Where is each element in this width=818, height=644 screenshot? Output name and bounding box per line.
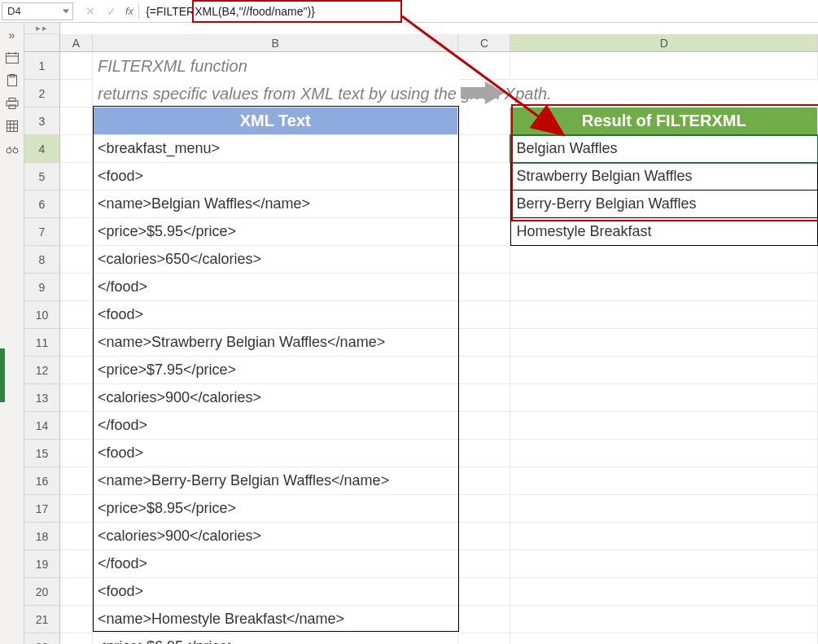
cell[interactable]: [510, 246, 818, 274]
name-box[interactable]: D4: [2, 2, 73, 20]
xml-cell[interactable]: <food>: [93, 301, 459, 329]
row-header[interactable]: 16: [24, 467, 60, 495]
calendar-icon[interactable]: [5, 50, 20, 65]
xml-cell[interactable]: <calories>900</calories>: [93, 384, 459, 412]
cell[interactable]: [510, 495, 818, 523]
cell[interactable]: [60, 329, 93, 357]
grid-body[interactable]: FILTERXML function returns specific valu…: [60, 52, 818, 644]
cell[interactable]: [60, 440, 93, 467]
row-header[interactable]: 13: [24, 384, 60, 412]
xml-cell[interactable]: <price>$7.95</price>: [93, 357, 459, 384]
cell[interactable]: [60, 633, 93, 644]
xml-cell[interactable]: <breakfast_menu>: [93, 135, 459, 163]
cell[interactable]: [458, 329, 510, 357]
row-header[interactable]: 12: [24, 357, 60, 384]
cell[interactable]: [60, 218, 93, 246]
printer-icon[interactable]: [5, 96, 20, 111]
cell[interactable]: [458, 440, 510, 467]
row-header[interactable]: 2: [24, 80, 60, 107]
cell[interactable]: [60, 495, 93, 523]
xml-cell[interactable]: <price>$6.95</price>: [93, 633, 459, 644]
cell[interactable]: [510, 412, 818, 440]
row-header[interactable]: 4: [24, 135, 60, 163]
row-header[interactable]: 19: [24, 550, 60, 578]
cell[interactable]: [60, 550, 93, 578]
cell[interactable]: [458, 523, 510, 550]
grid-icon[interactable]: [5, 119, 20, 134]
cell[interactable]: [458, 163, 510, 191]
cell[interactable]: [60, 301, 93, 329]
col-header-c[interactable]: C: [458, 34, 510, 51]
row-header[interactable]: 1: [24, 52, 60, 80]
xml-cell[interactable]: <price>$8.95</price>: [93, 495, 459, 523]
cell[interactable]: [510, 329, 818, 357]
cell[interactable]: [510, 523, 818, 550]
expand-right-icon[interactable]: »: [5, 28, 20, 42]
result-cell[interactable]: Strawberry Belgian Waffles: [510, 163, 818, 191]
row-header[interactable]: 17: [24, 495, 60, 523]
xml-cell[interactable]: </food>: [93, 550, 459, 578]
result-cell[interactable]: Homestyle Breakfast: [510, 218, 818, 246]
cell[interactable]: [60, 52, 93, 80]
cell[interactable]: [458, 135, 510, 163]
row-header[interactable]: 21: [24, 606, 60, 633]
chevron-down-icon[interactable]: [63, 9, 69, 13]
cell[interactable]: [510, 301, 818, 329]
row-header[interactable]: 8: [24, 246, 60, 274]
cell[interactable]: [60, 384, 93, 412]
xml-cell[interactable]: </food>: [93, 274, 459, 301]
cell[interactable]: [510, 357, 818, 384]
row-header[interactable]: 6: [24, 191, 60, 218]
fx-icon[interactable]: fx: [125, 5, 133, 17]
formula-input[interactable]: [141, 2, 818, 20]
cell[interactable]: [60, 523, 93, 550]
col-header-d[interactable]: D: [510, 34, 818, 51]
expand-columns-icon[interactable]: ▸▸: [24, 23, 60, 34]
cell[interactable]: [510, 52, 818, 80]
col-header-b[interactable]: B: [93, 34, 459, 51]
cell[interactable]: [510, 633, 818, 644]
cell[interactable]: [60, 163, 93, 191]
enter-formula-button[interactable]: ✓: [101, 2, 122, 20]
col-header-a[interactable]: A: [60, 34, 93, 51]
cell[interactable]: [60, 606, 93, 633]
cell[interactable]: [510, 467, 818, 495]
xml-cell[interactable]: <food>: [93, 578, 459, 606]
cell[interactable]: [510, 440, 818, 467]
cell[interactable]: [458, 246, 510, 274]
cell[interactable]: [60, 135, 93, 163]
xml-cell[interactable]: <food>: [93, 440, 459, 467]
result-header[interactable]: Result of FILTERXML: [510, 107, 818, 135]
result-cell[interactable]: Belgian Waffles: [510, 135, 818, 163]
cancel-formula-button[interactable]: ✕: [80, 2, 101, 20]
cell[interactable]: [60, 246, 93, 274]
cell[interactable]: [458, 412, 510, 440]
xml-cell[interactable]: <name>Strawberry Belgian Waffles</name>: [93, 329, 459, 357]
fn-title[interactable]: FILTERXML function: [93, 52, 459, 80]
cell[interactable]: [458, 218, 510, 246]
row-header[interactable]: 14: [24, 412, 60, 440]
xml-cell[interactable]: <name>Belgian Waffles</name>: [93, 191, 459, 218]
cell[interactable]: [510, 274, 818, 301]
xml-cell[interactable]: <name>Homestyle Breakfast</name>: [93, 606, 459, 633]
xml-cell[interactable]: </food>: [93, 412, 459, 440]
xml-cell[interactable]: <price>$5.95</price>: [93, 218, 459, 246]
cell[interactable]: [458, 52, 510, 80]
row-header[interactable]: 5: [24, 163, 60, 191]
row-header[interactable]: 22: [24, 633, 60, 644]
row-header[interactable]: 7: [24, 218, 60, 246]
row-header[interactable]: 3: [24, 107, 60, 135]
cell[interactable]: [458, 191, 510, 218]
cell[interactable]: [458, 384, 510, 412]
cell[interactable]: [458, 107, 510, 135]
row-header[interactable]: 11: [24, 329, 60, 357]
cell[interactable]: [60, 80, 93, 107]
cell[interactable]: [60, 191, 93, 218]
cell[interactable]: [60, 274, 93, 301]
row-header[interactable]: 18: [24, 523, 60, 550]
cell[interactable]: [60, 412, 93, 440]
cell[interactable]: [510, 606, 818, 633]
cell[interactable]: [458, 357, 510, 384]
row-header[interactable]: 10: [24, 301, 60, 329]
cell[interactable]: [458, 633, 510, 644]
